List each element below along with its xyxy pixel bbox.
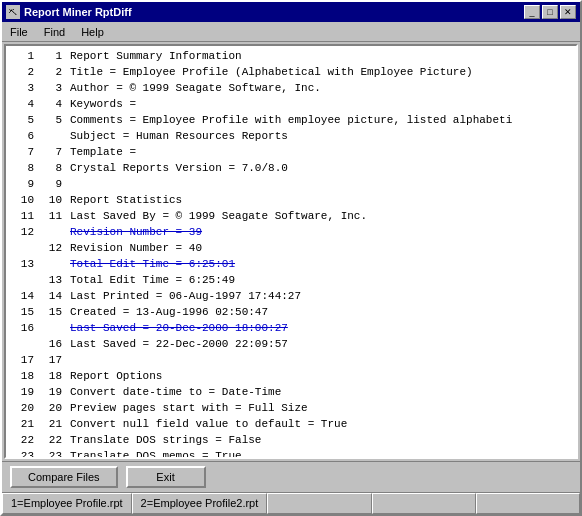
line-num-outer: 11 [10, 208, 34, 224]
line-num-outer: 10 [10, 192, 34, 208]
line-text: Last Printed = 06-Aug-1997 17:44:27 [70, 288, 301, 304]
line-num-outer: 1 [10, 48, 34, 64]
status-empty3 [476, 493, 580, 514]
table-row: 12Revision Number = 40 [10, 240, 572, 256]
table-row: 13Total Edit Time = 6:25:01 [10, 256, 572, 272]
line-text: Preview pages start with = Full Size [70, 400, 308, 416]
line-num-inner: 20 [38, 400, 62, 416]
line-num-inner [38, 320, 62, 336]
table-row: 1111Last Saved By = © 1999 Seagate Softw… [10, 208, 572, 224]
line-num-inner: 23 [38, 448, 62, 457]
line-num-inner: 7 [38, 144, 62, 160]
table-row: 1919Convert date-time to = Date-Time [10, 384, 572, 400]
line-text: Last Saved = 22-Dec-2000 22:09:57 [70, 336, 288, 352]
table-row: 16Last Saved = 22-Dec-2000 22:09:57 [10, 336, 572, 352]
bottom-buttons: Compare Files Exit [2, 461, 580, 492]
table-row: 22Title = Employee Profile (Alphabetical… [10, 64, 572, 80]
table-row: 2020Preview pages start with = Full Size [10, 400, 572, 416]
line-num-inner: 10 [38, 192, 62, 208]
line-text: Last Saved = 20-Dec-2000 18:00:27 [70, 320, 288, 336]
line-num-inner [38, 256, 62, 272]
line-num-inner: 3 [38, 80, 62, 96]
menu-file[interactable]: File [6, 25, 32, 39]
maximize-button[interactable]: □ [542, 5, 558, 19]
line-num-outer: 19 [10, 384, 34, 400]
line-num-inner: 21 [38, 416, 62, 432]
line-num-outer: 23 [10, 448, 34, 457]
app-icon: ⛏ [6, 5, 20, 19]
line-num-inner: 19 [38, 384, 62, 400]
line-num-inner: 4 [38, 96, 62, 112]
main-window: ⛏ Report Miner RptDiff _ □ ✕ File Find H… [0, 0, 582, 516]
line-num-inner: 15 [38, 304, 62, 320]
line-num-outer: 15 [10, 304, 34, 320]
table-row: 6Subject = Human Resources Reports [10, 128, 572, 144]
exit-button[interactable]: Exit [126, 466, 206, 488]
menu-help[interactable]: Help [77, 25, 108, 39]
table-row: 99 [10, 176, 572, 192]
status-bar: 1=Employee Profile.rpt 2=Employee Profil… [2, 492, 580, 514]
line-num-outer: 4 [10, 96, 34, 112]
line-text: Report Options [70, 368, 162, 384]
line-text: Created = 13-Aug-1996 02:50:47 [70, 304, 268, 320]
window-title: Report Miner RptDiff [24, 6, 132, 18]
line-text: Keywords = [70, 96, 136, 112]
line-num-outer: 18 [10, 368, 34, 384]
line-num-outer: 12 [10, 224, 34, 240]
line-num-outer: 9 [10, 176, 34, 192]
line-num-inner: 12 [38, 240, 62, 256]
line-num-inner: 14 [38, 288, 62, 304]
line-num-outer: 17 [10, 352, 34, 368]
line-num-inner: 13 [38, 272, 62, 288]
line-num-outer: 14 [10, 288, 34, 304]
line-num-outer: 7 [10, 144, 34, 160]
table-row: 1717 [10, 352, 572, 368]
status-empty2 [372, 493, 476, 514]
status-empty1 [267, 493, 371, 514]
table-row: 16Last Saved = 20-Dec-2000 18:00:27 [10, 320, 572, 336]
line-num-outer: 6 [10, 128, 34, 144]
line-text: Subject = Human Resources Reports [70, 128, 288, 144]
close-button[interactable]: ✕ [560, 5, 576, 19]
menu-find[interactable]: Find [40, 25, 69, 39]
table-row: 2121Convert null field value to default … [10, 416, 572, 432]
status-file2: 2=Employee Profile2.rpt [132, 493, 268, 514]
line-text: Author = © 1999 Seagate Software, Inc. [70, 80, 321, 96]
line-text: Revision Number = 39 [70, 224, 202, 240]
line-text: Translate DOS strings = False [70, 432, 261, 448]
compare-files-button[interactable]: Compare Files [10, 466, 118, 488]
line-num-inner: 8 [38, 160, 62, 176]
table-row: 2323Translate DOS memos = True [10, 448, 572, 457]
title-buttons: _ □ ✕ [524, 5, 576, 19]
line-num-outer: 3 [10, 80, 34, 96]
line-num-outer: 21 [10, 416, 34, 432]
table-row: 12Revision Number = 39 [10, 224, 572, 240]
line-num-inner: 2 [38, 64, 62, 80]
table-row: 77Template = [10, 144, 572, 160]
title-bar: ⛏ Report Miner RptDiff _ □ ✕ [2, 2, 580, 22]
table-row: 2222Translate DOS strings = False [10, 432, 572, 448]
line-text: Comments = Employee Profile with employe… [70, 112, 512, 128]
line-num-outer: 20 [10, 400, 34, 416]
line-num-outer: 5 [10, 112, 34, 128]
line-text: Revision Number = 40 [70, 240, 202, 256]
text-viewport[interactable]: 11Report Summary Information22Title = Em… [6, 46, 576, 457]
table-row: 55Comments = Employee Profile with emplo… [10, 112, 572, 128]
line-num-inner: 17 [38, 352, 62, 368]
minimize-button[interactable]: _ [524, 5, 540, 19]
line-num-outer [10, 240, 34, 256]
line-text: Report Summary Information [70, 48, 242, 64]
line-num-inner: 11 [38, 208, 62, 224]
table-row: 33Author = © 1999 Seagate Software, Inc. [10, 80, 572, 96]
line-text: Crystal Reports Version = 7.0/8.0 [70, 160, 288, 176]
line-num-inner: 5 [38, 112, 62, 128]
line-num-outer: 16 [10, 320, 34, 336]
line-num-inner [38, 128, 62, 144]
line-num-outer: 8 [10, 160, 34, 176]
line-text: Total Edit Time = 6:25:01 [70, 256, 235, 272]
line-text: Total Edit Time = 6:25:49 [70, 272, 235, 288]
line-num-outer [10, 272, 34, 288]
table-row: 11Report Summary Information [10, 48, 572, 64]
table-row: 1818Report Options [10, 368, 572, 384]
line-num-outer: 13 [10, 256, 34, 272]
